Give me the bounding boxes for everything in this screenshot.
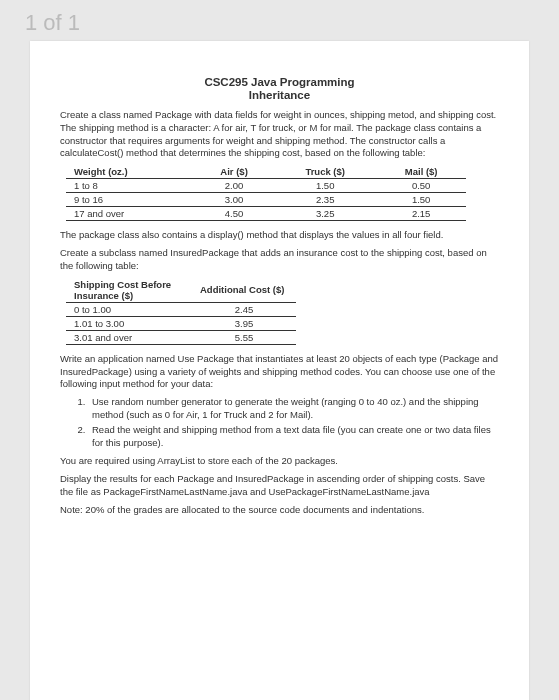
doc-title: CSC295 Java Programming [60, 76, 499, 88]
insurance-cost-table: Shipping Cost Before Insurance ($) Addit… [66, 278, 296, 345]
table-row: 0 to 1.00 2.45 [66, 302, 296, 316]
paragraph-display-results: Display the results for each Package and… [60, 473, 499, 499]
table-row: 1 to 8 2.00 1.50 0.50 [66, 179, 466, 193]
doc-subtitle: Inheritance [60, 89, 499, 101]
paragraph-display: The package class also contains a displa… [60, 229, 499, 242]
document-page: CSC295 Java Programming Inheritance Crea… [30, 41, 529, 700]
paragraph-intro: Create a class named Package with data f… [60, 109, 499, 160]
table-row: 17 and over 4.50 3.25 2.15 [66, 207, 466, 221]
table-header: Additional Cost ($) [192, 278, 296, 303]
paragraph-subclass: Create a subclass named InsuredPackage t… [60, 247, 499, 273]
table-header: Truck ($) [274, 165, 376, 179]
input-method-list: Use random number generator to generate … [73, 396, 499, 449]
paragraph-arraylist: You are required using ArrayList to stor… [60, 455, 499, 468]
table-header: Weight (oz.) [66, 165, 194, 179]
paragraph-note: Note: 20% of the grades are allocated to… [60, 504, 499, 517]
paragraph-app: Write an application named Use Package t… [60, 353, 499, 391]
table-header: Mail ($) [376, 165, 466, 179]
table-row: 9 to 16 3.00 2.35 1.50 [66, 193, 466, 207]
table-header: Shipping Cost Before Insurance ($) [66, 278, 192, 303]
table-header: Air ($) [194, 165, 274, 179]
list-item: Read the weight and shipping method from… [88, 424, 499, 450]
table-row: 3.01 and over 5.55 [66, 330, 296, 344]
table-row: 1.01 to 3.00 3.95 [66, 316, 296, 330]
list-item: Use random number generator to generate … [88, 396, 499, 422]
page-indicator: 1 of 1 [0, 0, 559, 41]
shipping-cost-table: Weight (oz.) Air ($) Truck ($) Mail ($) … [66, 165, 466, 221]
